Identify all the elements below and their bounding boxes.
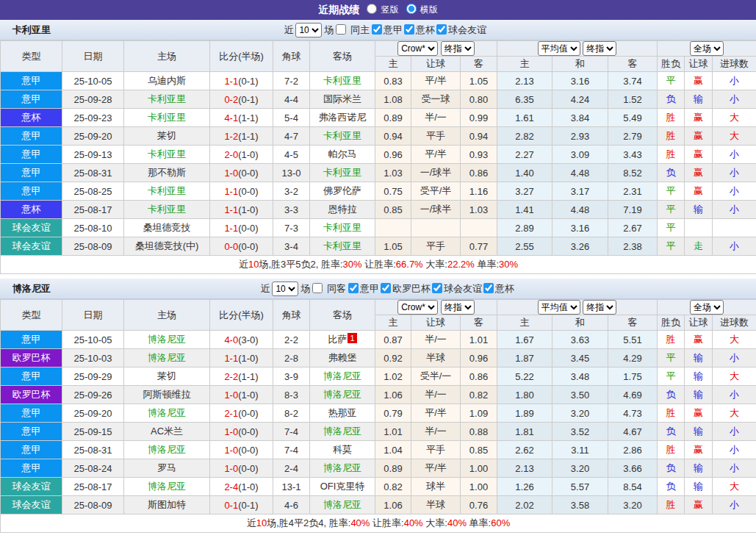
- away-team-name: OFI克里特: [320, 481, 365, 492]
- match-row: 意甲25-10-05乌迪内斯1-1(0-1)7-2卡利亚里0.83平/半1.05…: [1, 72, 756, 90]
- home-team-name: 博洛尼亚: [148, 444, 186, 455]
- avg-odds-select[interactable]: 平均值: [538, 300, 580, 315]
- let-home-odds: 0.75: [375, 182, 411, 201]
- match-table-body: 意甲25-10-05博洛尼亚4-0(3-0)2-2比萨10.87半/一1.011…: [1, 331, 756, 514]
- fulltime-score: 1-0: [224, 390, 238, 401]
- let-handicap: 半球: [411, 349, 461, 367]
- result-cell: 胜: [658, 109, 685, 127]
- avg-home-odds: 2.02: [497, 496, 552, 514]
- away-team-name: 热那亚: [328, 407, 357, 418]
- avg-away-odds: 2.38: [608, 237, 658, 256]
- horizontal-layout-radio[interactable]: [406, 4, 417, 14]
- handicap-result-cell: 赢: [685, 404, 713, 423]
- league-checkbox[interactable]: [404, 24, 414, 35]
- league-filter[interactable]: 意甲: [372, 24, 403, 37]
- let-handicap: 平/半: [411, 146, 461, 164]
- col-result: 胜负: [658, 57, 685, 72]
- filter-bar: 近 10 场 同主 意甲意杯球会友谊: [284, 23, 486, 37]
- avg-away-odds: 5.49: [608, 109, 658, 127]
- let-home-odds: 0.92: [375, 349, 411, 367]
- layout-radio-vertical[interactable]: 竖版: [367, 4, 398, 16]
- handicap-result-cell: 赢: [685, 182, 713, 201]
- col-corner: 角球: [273, 41, 310, 72]
- home-team-name: 卡利亚里: [148, 185, 186, 196]
- league-filter[interactable]: 欧罗巴杯: [381, 282, 431, 295]
- league-filter[interactable]: 意杯: [404, 24, 435, 37]
- league-checkbox[interactable]: [372, 24, 382, 35]
- avg-draw-odds: 3.20: [552, 459, 608, 478]
- home-team-cell: 罗马: [124, 459, 210, 478]
- result-cell: 平: [658, 201, 685, 219]
- col-type: 类型: [1, 41, 62, 72]
- league-checkbox[interactable]: [381, 283, 391, 293]
- avg-stage-select[interactable]: 终指: [583, 41, 616, 56]
- handicap-result-cell: [685, 219, 713, 237]
- odds-company-select[interactable]: Crow*: [397, 41, 438, 56]
- odds-company-select[interactable]: Crow*: [397, 300, 438, 315]
- match-date: 25-09-26: [62, 386, 124, 404]
- col-let-handicap: 让球: [411, 57, 461, 72]
- col-date: 日期: [62, 300, 124, 331]
- col-away: 客场: [310, 300, 375, 331]
- home-team-name: 莱切: [157, 370, 176, 381]
- league-filter[interactable]: 意甲: [348, 282, 379, 295]
- let-handicap: 平手: [411, 237, 461, 256]
- match-row: 欧罗巴杯25-09-26阿斯顿维拉1-0(1-0)8-3博洛尼亚1.06半/一0…: [1, 386, 756, 404]
- same-venue-checkbox[interactable]: [312, 283, 323, 293]
- same-venue-filter[interactable]: 同主: [336, 24, 370, 37]
- let-home-odds: 0.87: [375, 331, 411, 349]
- odds-stage-select[interactable]: 终指: [441, 300, 475, 315]
- league-checkbox[interactable]: [432, 283, 442, 293]
- let-away-odds: 0.99: [461, 109, 497, 127]
- handicap-result-cell: 赢: [685, 331, 713, 349]
- let-away-odds: [461, 219, 497, 237]
- col-type: 类型: [1, 300, 62, 331]
- goals-result-cell: 大: [713, 331, 756, 349]
- result-cell: 胜: [658, 127, 685, 146]
- let-home-odds: 1.03: [375, 164, 411, 182]
- goals-result-cell: 大: [713, 127, 756, 146]
- team-name: 卡利亚里: [12, 24, 51, 37]
- league-filter[interactable]: 球会友谊: [436, 24, 486, 37]
- league-filter[interactable]: 球会友谊: [432, 282, 482, 295]
- team-section-cagliari: 卡利亚里 近 10 场 同主 意甲意杯球会友谊 类型 日期 主场 比分(半场): [0, 20, 756, 274]
- match-type-badge: 意甲: [1, 182, 62, 201]
- league-checkbox[interactable]: [436, 24, 447, 35]
- scope-select[interactable]: 全场: [690, 300, 724, 315]
- league-checkbox[interactable]: [483, 283, 494, 293]
- let-away-odds: 0.96: [461, 349, 497, 367]
- avg-draw-odds: 3.84: [552, 109, 608, 127]
- avg-draw-odds: 3.16: [552, 72, 608, 90]
- same-venue-filter[interactable]: 同客: [312, 282, 346, 295]
- avg-odds-select[interactable]: 平均值: [538, 41, 580, 56]
- league-filter[interactable]: 意杯: [483, 282, 514, 295]
- away-team-cell: 佛罗伦萨: [310, 182, 375, 201]
- league-filter-label: 意杯: [416, 24, 435, 35]
- avg-stage-select[interactable]: 终指: [583, 300, 616, 315]
- fulltime-score: 0-1: [224, 500, 238, 511]
- layout-radio-horizontal[interactable]: 横版: [406, 4, 438, 16]
- let-home-odds: 1.08: [375, 90, 411, 109]
- recent-count-select[interactable]: 10: [295, 23, 322, 37]
- vertical-layout-radio[interactable]: [367, 4, 377, 14]
- fulltime-score: 1-1: [224, 223, 238, 234]
- avg-away-odds: 4.29: [608, 349, 658, 367]
- page-title: 近期战绩: [318, 4, 359, 17]
- match-date: 25-08-17: [62, 478, 124, 496]
- same-venue-checkbox[interactable]: [336, 24, 346, 35]
- home-team-cell: 博洛尼亚: [124, 331, 210, 349]
- result-cell: 负: [658, 386, 685, 404]
- avg-home-odds: 3.27: [497, 182, 552, 201]
- result-cell: 胜: [658, 441, 685, 459]
- league-filter-label: 欧罗巴杯: [392, 283, 431, 294]
- league-filter-label: 球会友谊: [448, 24, 486, 35]
- avg-home-odds: 2.13: [497, 72, 552, 90]
- summary-segment: 单率:: [475, 259, 499, 270]
- away-team-name: 卡利亚里: [323, 222, 361, 233]
- avg-home-odds: 1.26: [497, 478, 552, 496]
- scope-select[interactable]: 全场: [690, 41, 724, 56]
- let-away-odds: 1.03: [461, 201, 497, 219]
- league-checkbox[interactable]: [348, 283, 359, 293]
- recent-count-select[interactable]: 10: [272, 281, 298, 296]
- odds-stage-select[interactable]: 终指: [441, 41, 475, 56]
